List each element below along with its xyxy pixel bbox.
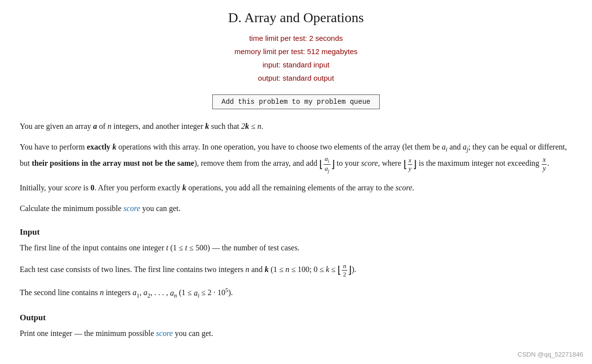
memory-limit: memory limit per test: 512 megabytes bbox=[20, 45, 572, 58]
problem-content: You are given an array a of n integers, … bbox=[20, 120, 572, 340]
watermark: CSDN @qq_52271846 bbox=[518, 351, 583, 358]
output-section-title: Output bbox=[20, 311, 572, 324]
input-description-1: The first line of the input contains one… bbox=[20, 242, 572, 254]
output-description: Print one integer — the minimum possible… bbox=[20, 327, 572, 340]
input-description-3: The second line contains n integers a1, … bbox=[20, 286, 572, 301]
time-limit: time limit per test: 2 seconds bbox=[20, 31, 572, 45]
problem-title: D. Array and Operations bbox=[20, 10, 572, 26]
queue-button-container: Add this problem to my problem queue bbox=[20, 94, 572, 109]
score-description: Initially, your score is 0. After you pe… bbox=[20, 182, 572, 194]
add-to-queue-button[interactable]: Add this problem to my problem queue bbox=[212, 94, 380, 109]
input-type: input: standard input bbox=[20, 58, 572, 71]
intro-paragraph: You are given an array a of n integers, … bbox=[20, 120, 572, 133]
input-section-title: Input bbox=[20, 225, 572, 239]
operation-description: You have to perform exactly k operations… bbox=[20, 141, 572, 174]
input-description-2: Each test case consists of two lines. Th… bbox=[20, 262, 572, 278]
meta-info: time limit per test: 2 seconds memory li… bbox=[20, 31, 572, 85]
problem-header: D. Array and Operations time limit per t… bbox=[20, 10, 572, 85]
task-description: Calculate the minimum possible score you… bbox=[20, 202, 572, 215]
output-type: output: standard output bbox=[20, 71, 572, 85]
